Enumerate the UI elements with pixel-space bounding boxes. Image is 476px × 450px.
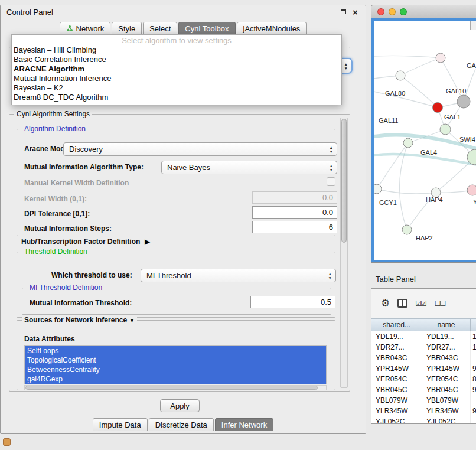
table-row[interactable]: YDR27...YDR27...12 <box>371 342 476 353</box>
network-node[interactable] <box>436 53 445 63</box>
collapsed-panel-icon[interactable] <box>3 438 11 446</box>
table-cell: YDL19... <box>422 331 471 342</box>
float-window-icon[interactable] <box>339 8 348 17</box>
table-row[interactable]: YER054CYER054C8. <box>371 374 476 384</box>
combo-arrows-icon: ▲▼ <box>330 164 333 172</box>
mi-steps-label: Mutual Information Steps: <box>24 224 112 233</box>
select-all-icon[interactable]: ☑☑ <box>415 299 427 308</box>
control-panel-tabs: NetworkStyleSelectCyni ToolboxjActiveMNo… <box>1 22 366 35</box>
algorithm-option-bayesian-k2[interactable]: Bayesian – K2 <box>12 83 341 93</box>
apply-button[interactable]: Apply <box>160 399 200 412</box>
data-attributes-label: Data Attributes <box>24 335 75 343</box>
tab-select[interactable]: Select <box>143 22 177 35</box>
table-cell: YJL052C <box>422 416 471 423</box>
network-node[interactable] <box>402 225 412 234</box>
table-row[interactable]: YJL052CYJL052C <box>371 416 476 423</box>
combo-arrows-icon: ▲▼ <box>328 272 332 280</box>
network-node[interactable] <box>403 138 413 148</box>
collapsed-arrow-icon[interactable]: ▶ <box>145 238 149 246</box>
table-cell: YBR045C <box>371 384 422 395</box>
network-node[interactable] <box>467 185 476 195</box>
table-cell: 9. <box>471 406 476 416</box>
mi-threshold-field[interactable]: 0.5 <box>250 296 335 308</box>
algorithm-option-bayesian-hill-climbing[interactable]: Bayesian – Hill Climbing <box>12 45 341 55</box>
tab-style[interactable]: Style <box>112 22 142 35</box>
aracne-mode-combo[interactable]: Discovery ▲▼ <box>63 142 337 156</box>
minimize-traffic-light[interactable] <box>389 8 396 15</box>
table-row[interactable]: YBR045CYBR045C9. <box>371 384 476 395</box>
table-row[interactable]: YBL079WYBL079W <box>371 395 476 406</box>
hscroll-thumb[interactable] <box>25 386 318 390</box>
tab-cyni-toolbox[interactable]: Cyni Toolbox <box>178 22 235 35</box>
network-node[interactable] <box>457 95 470 108</box>
algorithm-option-basic-correlation-inference[interactable]: Basic Correlation Inference <box>12 55 341 64</box>
table-cell: YDR27... <box>371 342 422 353</box>
node-label-y: Y <box>473 198 476 206</box>
attribute-item-gal4rgexp[interactable]: gal4RGexp <box>25 374 326 384</box>
tab-network[interactable]: Network <box>60 22 111 35</box>
vscroll-thumb[interactable] <box>341 119 347 243</box>
table-body: YDL19...YDL19...13YDR27...YDR27...12YBR0… <box>371 331 476 423</box>
column-header-shared[interactable]: shared... <box>371 319 422 331</box>
control-panel-bottom-tabs: Impute DataDiscretize DataInfer Network <box>1 418 366 431</box>
mi-type-combo[interactable]: Naive Bayes ▲▼ <box>161 161 337 174</box>
table-cell: 13 <box>471 331 476 342</box>
table-cell: YPR145W <box>371 363 422 374</box>
tab-label: Infer Network <box>221 420 267 429</box>
attribute-item-topologicalcoefficient[interactable]: TopologicalCoefficient <box>25 356 326 365</box>
network-canvas-frame[interactable]: GAL80GAL10GAL11GAL1SWI4GAL4GCY1HAP4HAP2G… <box>371 18 476 262</box>
tab-jactivemnodules[interactable]: jActiveMNodules <box>237 22 307 35</box>
algorithm-option-aracne-algorithm[interactable]: ARACNE Algorithm <box>12 64 341 74</box>
network-canvas-svg[interactable]: GAL80GAL10GAL11GAL1SWI4GAL4GCY1HAP4HAP2G… <box>374 21 476 261</box>
clear-selection-icon[interactable]: ☐☐ <box>435 299 446 308</box>
network-edge <box>377 189 436 194</box>
network-node[interactable] <box>433 103 443 113</box>
gear-icon[interactable]: ⚙ <box>381 297 390 309</box>
network-node[interactable] <box>374 184 382 194</box>
close-traffic-light[interactable] <box>377 8 384 15</box>
algorithm-option-mutual-information-inference[interactable]: Mutual Information Inference <box>12 74 341 83</box>
network-node[interactable] <box>396 71 405 80</box>
attribute-item-betweennesscentrality[interactable]: BetweennessCentrality <box>25 365 326 374</box>
column-header-col3[interactable] <box>471 319 476 331</box>
network-edge <box>441 58 464 102</box>
table-toolbar: ⚙ ☑☑ ☐☐ <box>371 289 476 318</box>
tab-impute-data[interactable]: Impute Data <box>93 418 148 431</box>
table-cell: YJL052C <box>371 416 422 423</box>
which-threshold-combo[interactable]: MI Threshold ▲▼ <box>141 269 336 282</box>
tab-discretize-data[interactable]: Discretize Data <box>149 418 214 431</box>
table-row[interactable]: YPR145WYPR145W9. <box>371 363 476 374</box>
column-header-name[interactable]: name <box>422 319 471 331</box>
dpi-tolerance-field[interactable]: 0.0 <box>252 206 337 219</box>
network-tab-icon <box>66 25 73 32</box>
data-attributes-list[interactable]: SelfLoopsTopologicalCoefficientBetweenne… <box>24 345 327 384</box>
which-threshold-label: Which threshold to use: <box>51 271 132 279</box>
table-row[interactable]: YDL19...YDL19...13 <box>371 331 476 342</box>
network-edge <box>374 56 441 58</box>
sources-group-title[interactable]: Sources for Network Inference ▼ <box>22 316 137 324</box>
tab-infer-network[interactable]: Infer Network <box>215 418 273 431</box>
network-node[interactable] <box>440 124 451 135</box>
node-label-gal1: GAL1 <box>444 113 461 120</box>
manual-kernel-checkbox[interactable] <box>327 177 335 186</box>
table-row[interactable]: YLR345WYLR345W9. <box>371 406 476 416</box>
columns-icon[interactable] <box>397 299 407 308</box>
mi-type-value: Naive Bayes <box>167 163 210 172</box>
expanded-arrow-icon[interactable]: ▼ <box>129 317 135 324</box>
mi-threshold-group: MI Threshold Definition Mutual Informati… <box>22 288 331 315</box>
table-cell: YLR345W <box>371 406 422 416</box>
attributes-horizontal-scrollbar[interactable] <box>24 385 327 390</box>
zoom-traffic-light[interactable] <box>400 8 407 15</box>
network-edge <box>400 58 441 76</box>
canvas-corner-widget[interactable] <box>470 21 476 30</box>
table-row[interactable]: YBR043CYBR043C <box>371 353 476 363</box>
attribute-item-selfloops[interactable]: SelfLoops <box>25 346 326 356</box>
control-panel-window: Control Panel × NetworkStyleSelectCyni T… <box>0 5 366 434</box>
hub-definition-toggle[interactable]: Hub/Transcription Factor Definition ▶ <box>21 237 150 246</box>
table-header-row: shared...name <box>371 318 476 331</box>
algorithm-option-dream8-dc-tdc-algorithm[interactable]: Dream8 DC_TDC Algorithm <box>12 93 341 102</box>
settings-vertical-scrollbar[interactable] <box>340 118 348 388</box>
close-panel-icon[interactable]: × <box>351 8 360 17</box>
mi-steps-field[interactable]: 6 <box>252 221 337 233</box>
table-cell: 9. <box>471 363 476 374</box>
